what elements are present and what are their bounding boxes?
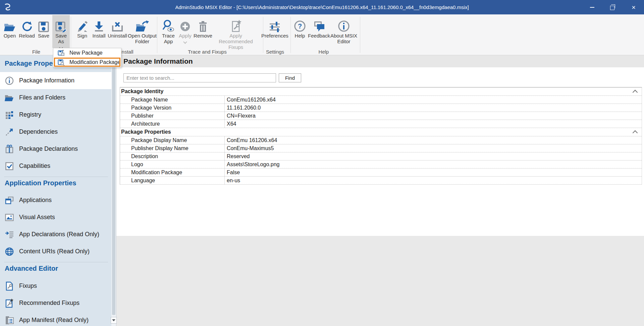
remove-button[interactable]: Remove	[193, 16, 213, 39]
about-info-icon	[330, 16, 358, 33]
sidebar-item-dependencies[interactable]: Dependencies	[0, 123, 111, 140]
sign-button[interactable]: Sign	[74, 16, 90, 39]
sidebar-item-registry[interactable]: Registry	[0, 106, 111, 123]
info-icon	[5, 76, 14, 85]
preferences-sliders-icon	[261, 16, 288, 33]
minimize-icon	[590, 7, 594, 8]
arrow-list-icon	[5, 231, 14, 238]
install-button[interactable]: Install	[90, 16, 108, 39]
trace-app-button[interactable]: Trace App	[159, 16, 177, 44]
find-button[interactable]: Find	[279, 73, 301, 82]
table-row-package-version: Package Version 11.161.2060.0	[120, 104, 642, 112]
feedback-icon	[308, 16, 330, 33]
search-input[interactable]	[123, 73, 276, 82]
ribbon-divider	[360, 17, 360, 53]
uninstall-button[interactable]: Uninstall	[107, 16, 128, 39]
open-output-folder-button[interactable]: Open Output Folder	[126, 16, 158, 44]
close-icon: ×	[632, 4, 636, 11]
uninstall-icon	[107, 16, 128, 33]
preferences-button[interactable]: Preferences	[261, 16, 288, 39]
open-output-folder-icon	[126, 16, 158, 33]
sidebar-header-application-properties: Application Properties	[5, 179, 76, 187]
apply-recommended-fixups-button[interactable]: Apply Recommended Fixups	[214, 16, 258, 50]
help-icon: ?	[292, 16, 307, 33]
open-button[interactable]: Open	[2, 16, 17, 39]
remove-trash-icon	[193, 16, 213, 33]
ribbon-divider	[71, 17, 71, 53]
ribbon-group-trace-and-fixups: Trace and Fixups	[188, 49, 226, 55]
table-row-language: Language en-us	[120, 177, 642, 185]
collapse-chevron-icon[interactable]	[633, 90, 638, 95]
table-section-package-properties[interactable]: Package Properties	[120, 128, 642, 136]
help-button[interactable]: ? Help	[292, 16, 307, 39]
dependencies-arrow-icon	[5, 128, 14, 136]
modification-package-highlight-box	[54, 58, 120, 67]
sidebar-item-capabilities[interactable]: Capabilities	[0, 157, 111, 175]
sidebar-item-recommended-fixups[interactable]: Recommended Fixups	[0, 295, 111, 312]
save-as-icon	[52, 16, 70, 33]
menu-item-new-package[interactable]: New Package	[53, 48, 121, 58]
folder-icon	[5, 94, 14, 102]
table-row-modification-package: Modification Package False	[120, 169, 642, 177]
minimize-button[interactable]	[582, 0, 602, 14]
image-icon	[5, 214, 14, 221]
collapse-chevron-icon[interactable]	[633, 130, 638, 136]
ribbon-divider	[157, 17, 157, 53]
sidebar-item-app-manifest[interactable]: App Manifest (Read Only)	[0, 312, 111, 326]
save-as-button[interactable]: Save As	[52, 16, 70, 50]
ribbon-divider	[290, 17, 291, 53]
page-title: Package Information	[123, 57, 193, 65]
ribbon-group-settings: Settings	[266, 49, 284, 55]
sidebar-item-fixups[interactable]: Fixups	[0, 277, 111, 295]
table-section-package-identity[interactable]: Package Identity	[120, 87, 642, 96]
registry-icon	[5, 111, 14, 119]
sidebar-scrollbar-thumb[interactable]	[112, 57, 115, 315]
sidebar-item-content-uris[interactable]: Content URIs (Read Only)	[0, 243, 111, 260]
sidebar-item-app-declarations[interactable]: App Declarations (Read Only)	[0, 226, 111, 243]
content-header: Package Information	[116, 55, 644, 67]
table-row-package-name: Package Name ConEmu161206.x64	[120, 96, 642, 104]
about-msix-editor-button[interactable]: About MSIX Editor	[330, 16, 358, 44]
scroll-down-arrow-icon	[112, 319, 115, 321]
sidebar-item-visual-assets[interactable]: Visual Assets	[0, 209, 111, 226]
sidebar-header-advanced-editor: Advanced Editor	[5, 265, 58, 272]
apply-dropdown-chevron-icon	[183, 40, 187, 44]
sidebar-item-package-declarations[interactable]: Package Declarations	[0, 140, 111, 157]
restore-button[interactable]	[602, 0, 623, 14]
reload-button[interactable]: Reload	[19, 16, 35, 39]
table-row-logo: Logo Assets\StoreLogo.png	[120, 160, 642, 169]
ribbon-group-install: Install	[120, 49, 133, 55]
sidebar-item-package-information[interactable]: Package Information	[0, 72, 111, 89]
save-button[interactable]: Save	[36, 16, 51, 39]
windows-icon	[5, 196, 14, 204]
install-arrow-icon	[90, 16, 108, 33]
restore-icon	[610, 6, 614, 10]
svg-text:?: ?	[298, 22, 302, 30]
feedback-button[interactable]: Feedback	[308, 16, 330, 39]
manifest-doc-icon	[5, 316, 14, 325]
save-icon	[36, 16, 51, 33]
checkbox-icon	[5, 162, 14, 170]
ribbon-group-help: Help	[319, 49, 329, 55]
sidebar-item-applications[interactable]: Applications	[0, 192, 111, 209]
sidebar-scroll-down-button[interactable]	[111, 317, 117, 324]
ribbon-group-file: File	[32, 49, 40, 55]
open-folder-icon	[2, 16, 17, 33]
table-row-publisher: Publisher CN=Flexera	[120, 112, 642, 120]
sidebar-separator	[4, 262, 108, 262]
close-button[interactable]: ×	[623, 0, 644, 14]
fixups-wrench-icon	[5, 281, 14, 291]
trace-app-icon	[159, 16, 177, 33]
sidebar-item-files-and-folders[interactable]: Files and Folders	[0, 89, 111, 106]
sidebar-separator	[4, 177, 108, 177]
save-as-dropdown-menu: New Package Modification Package	[53, 48, 121, 67]
menu-item-label: New Package	[69, 50, 103, 56]
new-package-icon	[57, 50, 65, 56]
recommended-fixups-icon	[214, 16, 258, 33]
package-information-table: Package Identity Package Name ConEmu1612…	[120, 87, 642, 185]
gift-box-icon	[5, 145, 14, 153]
apply-button[interactable]: Apply	[177, 16, 193, 44]
reload-icon	[19, 16, 35, 33]
table-row-package-display-name: Package Display Name ConEmu 161206.x64	[120, 136, 642, 144]
fixups-star-icon	[5, 299, 14, 308]
